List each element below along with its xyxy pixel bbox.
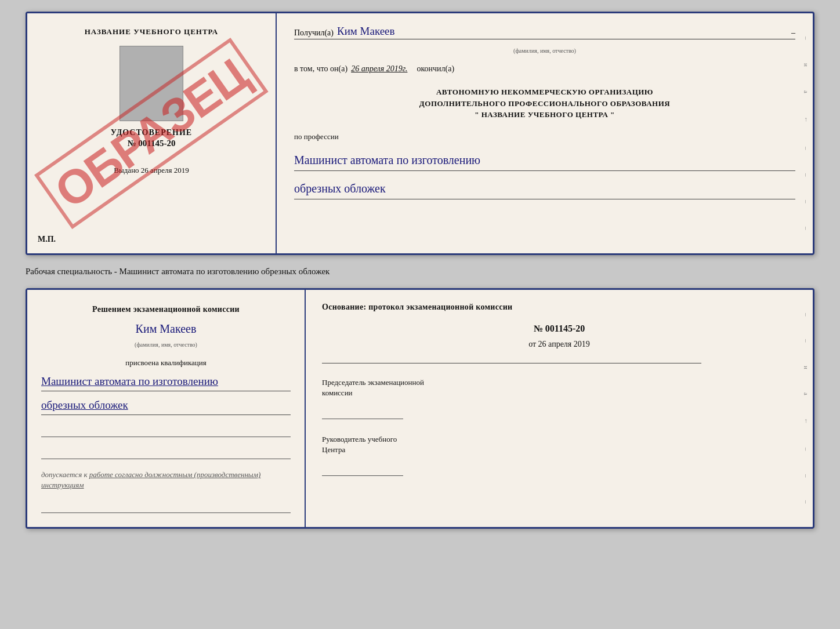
predsedatel-line1: Председатель экзаменационной (322, 377, 796, 388)
edge2-dash4: – (803, 474, 810, 478)
certificate-card-2: Решением экзаменационной комиссии Ким Ма… (26, 288, 814, 529)
okonchil-label: окончил(а) (417, 64, 454, 74)
resheniem-label: Решением экзаменационной комиссии (41, 304, 291, 315)
qualification-line1: Машинист автомата по изготовлению (41, 372, 291, 391)
qualification-line2: обрезных обложек (41, 396, 291, 415)
osnovanie-label: Основание: протокол экзаменационной коми… (322, 301, 796, 313)
cert2-right-panel: Основание: протокол экзаменационной коми… (306, 290, 813, 527)
fio-sub-2: (фамилия, имя, отчество) (41, 341, 291, 348)
edge-mark-arrow: ← (803, 117, 810, 123)
rukovoditel-line1: Руководитель учебного (322, 434, 796, 445)
edge2-dash5: – (803, 500, 810, 504)
cert1-left-panel: НАЗВАНИЕ УЧЕБНОГО ЦЕНТРА УДОСТОВЕРЕНИЕ №… (27, 13, 277, 253)
edge2-a: а (803, 392, 810, 395)
edge-mark-dash2: – (803, 147, 810, 150)
rukovoditel-sig-line (322, 463, 403, 476)
edge-mark-dash5: – (803, 227, 810, 230)
vydano-row: Выдано 26 апреля 2019 (114, 166, 189, 175)
dopuskaetsya-text: допускается к работе согласно должностны… (41, 470, 291, 490)
photo-placeholder (120, 46, 183, 121)
predsedatel-line2: комиссии (322, 388, 796, 398)
doc-number: № 001145-20 (128, 139, 176, 148)
udostoverenie-label: УДОСТОВЕРЕНИЕ (111, 128, 192, 137)
edge2-dash1: – (803, 313, 810, 317)
blank-line-3 (41, 498, 291, 513)
recipient-name: Ким Макеев (337, 25, 782, 38)
mp-label: М.П. (38, 235, 56, 244)
edge-mark-dash4: – (803, 200, 810, 203)
edge2-arrow: ← (803, 418, 810, 424)
edge-mark-dash1: – (803, 37, 810, 40)
dopuskaetsya-label: допускается к (41, 470, 88, 479)
ot-date: от 26 апреля 2019 (322, 340, 796, 349)
edge2-dash3: – (803, 448, 810, 451)
profession-line2: обрезных обложек (294, 179, 795, 199)
certificate-card-1: НАЗВАНИЕ УЧЕБНОГО ЦЕНТРА УДОСТОВЕРЕНИЕ №… (26, 12, 814, 255)
blank-line-1 (41, 422, 291, 437)
profession-line1: Машинист автомата по изготовлению (294, 151, 795, 171)
protocol-number: № 001145-20 (322, 323, 796, 334)
edge-mark-a: а (803, 90, 810, 93)
vtom-date: 26 апреля 2019г. (351, 64, 407, 74)
org-line1: АВТОНОМНУЮ НЕКОММЕРЧЕСКУЮ ОРГАНИЗАЦИЮ (294, 86, 795, 98)
right-edge-marks-1: – и а ← – – – – (800, 13, 813, 253)
predsedatel-sig-line (322, 406, 403, 419)
po-professii-label: по профессии (294, 132, 795, 141)
school-name-header: НАЗВАНИЕ УЧЕБНОГО ЦЕНТРА (85, 27, 219, 37)
cert2-left-panel: Решением экзаменационной комиссии Ким Ма… (27, 290, 306, 527)
prisvoena-label: присвоена квалификация (41, 358, 291, 368)
fio-sub-1: (фамилия, имя, отчество) (294, 48, 795, 54)
middle-text: Рабочая специальность - Машинист автомат… (26, 264, 814, 279)
dash-1: – (791, 28, 795, 38)
org-line3: " НАЗВАНИЕ УЧЕБНОГО ЦЕНТРА " (294, 109, 795, 121)
blank-line-2 (41, 444, 291, 459)
cert1-right-panel: Получил(а) Ким Макеев – (фамилия, имя, о… (277, 13, 813, 253)
poluchil-label: Получил(а) (294, 28, 334, 38)
vtom-label: в том, что он(а) (294, 64, 347, 74)
edge2-i: и (803, 366, 810, 369)
separator-line (322, 363, 701, 363)
vydano-date: 26 апреля 2019 (141, 166, 189, 174)
right-edge-marks-2: – – и а ← – – – (800, 290, 813, 527)
recipient-row: Получил(а) Ким Макеев – (294, 25, 795, 39)
name-handwritten-2: Ким Макеев (41, 322, 291, 336)
predsedatel-label: Председатель экзаменационной комиссии (322, 377, 796, 398)
edge-mark-i: и (803, 63, 810, 67)
vtom-row: в том, что он(а) 26 апреля 2019г. окончи… (294, 64, 795, 74)
org-line2: ДОПОЛНИТЕЛЬНОГО ПРОФЕССИОНАЛЬНОГО ОБРАЗО… (294, 98, 795, 110)
org-block: АВТОНОМНУЮ НЕКОММЕРЧЕСКУЮ ОРГАНИЗАЦИЮ ДО… (294, 86, 795, 121)
edge-mark-dash3: – (803, 173, 810, 177)
rukovoditel-label: Руководитель учебного Центра (322, 434, 796, 455)
edge2-dash2: – (803, 339, 810, 343)
rukovoditel-line2: Центра (322, 445, 796, 455)
vydano-label: Выдано (114, 166, 139, 174)
